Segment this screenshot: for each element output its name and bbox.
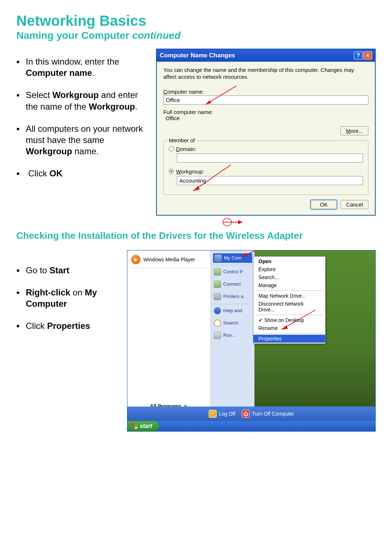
start-menu-left-panel: Windows Media Player All Programs <box>127 250 211 414</box>
domain-radio-row[interactable]: Domain: <box>169 146 363 152</box>
computer-name-input[interactable] <box>163 95 368 105</box>
help-icon <box>214 307 221 314</box>
separator <box>256 333 323 334</box>
menu-item-rename[interactable]: Rename <box>253 324 325 332</box>
menu-item-disconnect-drive[interactable]: Disconnect Network Drive... <box>253 300 325 314</box>
workgroup-label: Workgroup: <box>176 168 204 175</box>
separator <box>256 290 323 291</box>
menu-item-properties[interactable]: Properties <box>253 335 325 343</box>
dialog-description: You can change the name and the membersh… <box>163 67 368 81</box>
control-panel-icon <box>214 268 221 276</box>
separator <box>131 268 207 268</box>
full-computer-name-label: Full computer name: <box>163 109 368 115</box>
page-subtitle: Naming your Computer continued <box>16 30 376 41</box>
start-item-mycomputer[interactable]: My Com <box>213 253 252 263</box>
run-icon <box>214 332 221 339</box>
workgroup-radio-row[interactable]: Workgroup: <box>169 168 363 175</box>
full-computer-name-value: Office <box>166 115 368 121</box>
close-button[interactable]: × <box>363 52 372 60</box>
menu-item-explore[interactable]: Explore <box>253 265 325 273</box>
program-label: Windows Media Player <box>143 257 195 262</box>
logoff-button[interactable]: 🔑 Log Off <box>209 410 236 418</box>
workgroup-input[interactable] <box>177 176 363 185</box>
menu-item-map-drive[interactable]: Map Network Drive... <box>253 292 325 300</box>
instruction-item: Select Workgroup and enter the name of t… <box>26 89 147 112</box>
dialog-title: Computer Name Changes <box>160 52 235 59</box>
search-icon <box>214 319 221 327</box>
instructions-section2: Go to Start Right-click on My Computer C… <box>16 250 118 343</box>
dialog-titlebar: Computer Name Changes ? × <box>157 49 375 62</box>
svg-marker-5 <box>238 220 242 224</box>
instruction-item: In this window, enter the Computer name. <box>26 56 147 78</box>
separator <box>256 315 323 315</box>
menu-item-show-desktop[interactable]: Show on Desktop <box>253 316 325 324</box>
workgroup-radio[interactable] <box>169 169 174 174</box>
connect-icon <box>214 281 221 288</box>
turnoff-button[interactable]: ⏻ Turn Off Computer <box>242 410 294 418</box>
power-icon: ⏻ <box>242 410 250 418</box>
arrow-icon <box>222 215 251 229</box>
menu-item-search[interactable]: Search... <box>253 273 325 281</box>
start-item-controlpanel[interactable]: Control P <box>213 267 252 277</box>
start-item-connect[interactable]: Connect <box>213 279 252 289</box>
member-of-legend: Member of <box>167 137 196 143</box>
windows-flag-icon <box>131 423 138 429</box>
start-button[interactable]: start <box>127 421 159 431</box>
start-item-search[interactable]: Search <box>213 318 252 328</box>
section2-heading: Checking the Installation of the Drivers… <box>16 230 376 241</box>
wmp-icon <box>131 255 140 264</box>
instruction-item: Click OK <box>26 168 147 179</box>
more-button[interactable]: More... <box>340 126 368 135</box>
context-menu: Open Explore Search... Manage Map Networ… <box>253 256 326 344</box>
separator <box>213 265 252 265</box>
domain-label: Domain: <box>176 146 196 152</box>
member-of-fieldset: Member of Domain: Workgroup: <box>163 140 368 195</box>
cancel-button[interactable]: Cancel <box>340 200 368 209</box>
ok-button[interactable]: OK <box>311 200 337 209</box>
computer-name-changes-dialog: Computer Name Changes ? × You can change… <box>156 49 376 216</box>
computer-icon <box>215 254 222 262</box>
menu-item-manage[interactable]: Manage <box>253 281 325 289</box>
svg-point-6 <box>223 219 232 226</box>
domain-radio[interactable] <box>169 146 174 151</box>
page-title: Networking Basics <box>16 13 376 29</box>
start-menu-right-panel: My Com Control P Connect Printers a Help… <box>211 250 254 414</box>
computer-name-label: Computer name: <box>163 89 368 95</box>
taskbar: start <box>127 421 375 431</box>
instruction-item: Click Properties <box>26 320 118 331</box>
printer-icon <box>214 293 221 300</box>
start-menu-bottom-bar: 🔑 Log Off ⏻ Turn Off Computer <box>127 407 375 421</box>
help-button[interactable]: ? <box>354 52 363 60</box>
instruction-item: Go to Start <box>26 265 118 276</box>
start-item-printers[interactable]: Printers a <box>213 291 252 302</box>
start-item-run[interactable]: Run... <box>213 330 252 340</box>
instruction-item: Right-click on My Computer <box>26 287 118 309</box>
separator <box>213 304 252 304</box>
program-item-wmp[interactable]: Windows Media Player <box>131 253 207 266</box>
logoff-icon: 🔑 <box>209 410 217 418</box>
instructions-section1: In this window, enter the Computer name.… <box>16 49 147 190</box>
start-item-help[interactable]: Help and <box>213 306 252 316</box>
start-menu-screenshot: Windows Media Player All Programs My Com… <box>127 250 376 432</box>
domain-input[interactable] <box>177 154 363 163</box>
menu-item-open[interactable]: Open <box>253 257 325 265</box>
instruction-item: All computers on your network must have … <box>26 123 147 157</box>
